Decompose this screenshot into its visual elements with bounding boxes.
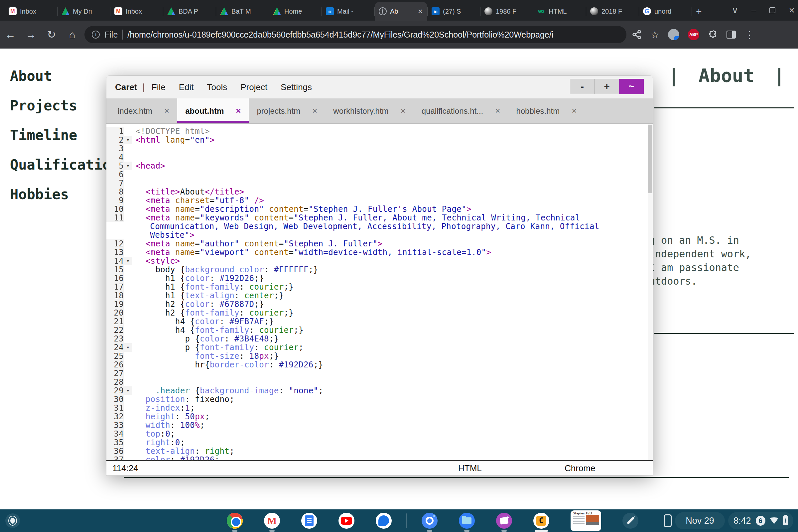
code-line[interactable]: 20 h2 {font-family: courier;}	[107, 308, 653, 317]
editor-tab-indexhtm[interactable]: index.htm×	[110, 98, 177, 124]
url-text[interactable]: /home/chronos/u-0189efc900cce2da0b560efd…	[127, 30, 553, 40]
fold-arrow-icon[interactable]: ▾	[124, 343, 132, 352]
code-line[interactable]: 27	[107, 369, 653, 378]
editor-tab-workhistoryhtm[interactable]: workhistory.htm×	[325, 98, 413, 124]
close-icon[interactable]: ×	[789, 5, 795, 16]
code-line[interactable]: 29▾ .header {background-image: "none";	[107, 386, 653, 395]
youtube-app-icon[interactable]	[339, 513, 355, 529]
restore-icon[interactable]	[770, 7, 775, 13]
tab-close-icon[interactable]: ×	[164, 106, 169, 116]
code-line[interactable]: 32 height: 50px;	[107, 412, 653, 421]
code-line[interactable]: 34 top:0;	[107, 430, 653, 438]
code-line[interactable]: 12 <meta name="author" content="Stephen …	[107, 240, 653, 248]
code-line[interactable]: 25 font-size: 18px;}	[107, 352, 653, 360]
syntax-mode[interactable]: HTML	[458, 463, 482, 474]
browser-tab[interactable]: oMail -	[322, 2, 374, 21]
browser-tab[interactable]: in(27) S	[428, 2, 480, 21]
code-area[interactable]: 1<!DOCTYPE html>2▾<html lang="en">345▾<h…	[107, 124, 653, 460]
code-line[interactable]: 5▾<head>	[107, 162, 653, 170]
browser-tab[interactable]: BaT M	[216, 2, 269, 21]
editor-tab-projectshtm[interactable]: projects.htm×	[249, 98, 325, 124]
files-app-icon[interactable]	[459, 513, 475, 529]
camera-app-icon[interactable]	[422, 513, 438, 529]
code-line[interactable]: 8 <title>About</title>	[107, 188, 653, 196]
tab-close-icon[interactable]: ×	[495, 106, 500, 116]
code-line[interactable]: 14▾ <style>	[107, 257, 653, 265]
theme-toggle-button[interactable]: ~	[619, 79, 644, 94]
window-preview-app-icon[interactable]: Stephen Full	[571, 510, 601, 531]
code-editor[interactable]: 1<!DOCTYPE html>2▾<html lang="en">345▾<h…	[107, 124, 653, 460]
browser-tab[interactable]: My Dri	[58, 2, 110, 21]
menu-edit[interactable]: Edit	[179, 82, 194, 92]
editor-theme[interactable]: Chrome	[565, 463, 595, 474]
editor-tab-hobbieshtm[interactable]: hobbies.htm×	[508, 98, 585, 124]
tab-close-icon[interactable]: ×	[236, 106, 241, 116]
code-line[interactable]: 30 position: fixedno;	[107, 395, 653, 404]
new-tab-button[interactable]: +	[696, 6, 702, 17]
browser-tab[interactable]: 1986 F	[480, 2, 533, 21]
code-line[interactable]: 31 z-index:1;	[107, 404, 653, 412]
fold-arrow-icon[interactable]: ▾	[124, 386, 132, 395]
code-line[interactable]: 37 color: #192D26;	[107, 456, 653, 460]
browser-tab[interactable]: Gunord	[639, 2, 691, 21]
zoom-out-button[interactable]: -	[570, 79, 594, 94]
extensions-puzzle-icon[interactable]	[708, 30, 718, 40]
code-line[interactable]: 21 h4 {color: #9FB7AF;}	[107, 317, 653, 326]
code-line[interactable]: 10 <meta name="description" content="Ste…	[107, 205, 653, 213]
chrome-app-icon[interactable]	[227, 513, 243, 529]
menu-file[interactable]: File	[152, 82, 166, 92]
tab-close-icon[interactable]: ×	[312, 106, 317, 116]
code-line[interactable]: 22 h4 {font-family: courier;}	[107, 326, 653, 335]
messages-app-icon[interactable]	[376, 513, 392, 529]
browser-tab[interactable]: W3HTML	[533, 2, 586, 21]
caret-app-icon[interactable]: C	[533, 513, 549, 529]
code-line[interactable]: 36 text-align: right;	[107, 447, 653, 456]
shelf-status-tray[interactable]: 8:42 6	[728, 512, 793, 529]
share-icon[interactable]	[632, 30, 642, 40]
code-line[interactable]: 17 h1 {font-family: courier;}	[107, 283, 653, 291]
code-line[interactable]: 15 body {background-color: #FFFFFF;}	[107, 265, 653, 274]
browser-tab[interactable]: Ab×	[375, 2, 427, 21]
code-line[interactable]: 26 hr{border-color: #192D26;}	[107, 360, 653, 369]
browser-menu-icon[interactable]: ⋮	[744, 29, 755, 41]
editor-tab-qualificationsht[interactable]: qualifications.ht...×	[414, 98, 508, 124]
editor-tab-abouthtm[interactable]: about.htm×	[177, 98, 249, 124]
fold-arrow-icon[interactable]: ▾	[124, 162, 132, 170]
profile-avatar[interactable]	[668, 29, 679, 40]
menu-settings[interactable]: Settings	[281, 82, 312, 92]
code-line[interactable]: 28	[107, 378, 653, 386]
code-line[interactable]: 19 h2 {color: #67887D;}	[107, 300, 653, 308]
editor-scrollbar[interactable]	[648, 124, 653, 460]
code-line[interactable]: 4	[107, 153, 653, 162]
code-line[interactable]: 3	[107, 144, 653, 153]
code-line[interactable]: 1<!DOCTYPE html>	[107, 127, 653, 136]
code-line[interactable]: 23 p {color: #3B4E48;}	[107, 335, 653, 343]
back-icon[interactable]: ←	[0, 28, 21, 41]
docs-app-icon[interactable]	[301, 513, 317, 529]
minimize-icon[interactable]: –	[752, 5, 756, 16]
menu-project[interactable]: Project	[241, 82, 267, 92]
phone-app-icon[interactable]	[660, 513, 676, 529]
code-line[interactable]: 16 h1 {color: #192D26;}	[107, 274, 653, 283]
fold-arrow-icon[interactable]: ▾	[124, 257, 132, 265]
reload-icon[interactable]: ↻	[41, 28, 62, 41]
tab-close-icon[interactable]: ×	[417, 7, 423, 16]
code-line[interactable]: 24▾ p {font-family: courier;	[107, 343, 653, 352]
browser-tab[interactable]: Home	[269, 2, 322, 21]
side-panel-icon[interactable]	[726, 31, 736, 39]
gmail-app-icon[interactable]: M	[264, 513, 280, 529]
zoom-in-button[interactable]: +	[594, 79, 619, 94]
code-line[interactable]: 33 width: 100%;	[107, 421, 653, 430]
browser-tab[interactable]: MInbox	[110, 2, 163, 21]
page-info-icon[interactable]: i	[92, 31, 100, 39]
tab-close-icon[interactable]: ×	[572, 106, 576, 116]
code-line[interactable]: 6	[107, 170, 653, 179]
code-line[interactable]: 7	[107, 179, 653, 188]
code-line[interactable]: 35 right:0;	[107, 438, 653, 447]
scrollbar-thumb[interactable]	[648, 125, 652, 193]
shelf-date-pill[interactable]: Nov 29	[675, 512, 725, 529]
tab-search-icon[interactable]: ∨	[732, 5, 738, 16]
adblock-extension-icon[interactable]: ABP	[688, 29, 699, 40]
code-line[interactable]: 2▾<html lang="en">	[107, 136, 653, 144]
code-line[interactable]: 13 <meta name="viewport" content="width=…	[107, 248, 653, 257]
